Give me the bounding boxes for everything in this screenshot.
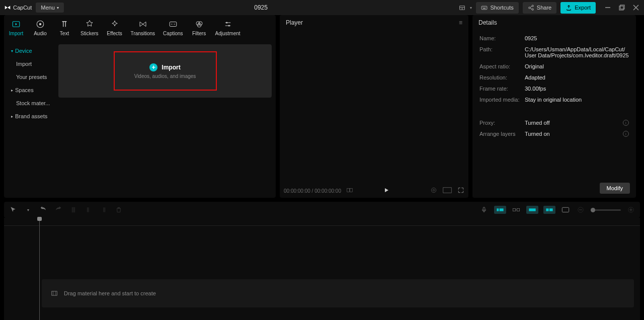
svg-rect-24: [350, 188, 353, 192]
modify-button[interactable]: Modify: [600, 183, 630, 194]
timeline-drop-hint[interactable]: Drag material here and start to create: [42, 279, 634, 307]
layout-button[interactable]: [458, 4, 466, 12]
adjustment-icon: [223, 19, 233, 29]
svg-rect-32: [517, 208, 519, 211]
detail-row-resolution: Resolution:Adapted: [479, 74, 629, 81]
play-button[interactable]: [383, 187, 389, 195]
tab-import[interactable]: Import: [4, 17, 28, 38]
svg-point-22: [228, 25, 229, 27]
split-button[interactable]: [68, 205, 78, 215]
info-icon[interactable]: i: [623, 120, 629, 126]
cursor-tool[interactable]: [8, 205, 18, 215]
media-panel: Import Audio Text Stickers Effects Trans…: [4, 15, 276, 198]
svg-rect-28: [483, 207, 485, 210]
svg-point-25: [431, 188, 436, 192]
hamburger-icon[interactable]: ≡: [459, 19, 462, 26]
details-panel: Details Name:0925 Path:C:/Users/Usman/Ap…: [472, 15, 636, 198]
timeline[interactable]: Drag material here and start to create: [4, 218, 640, 320]
sidebar-item-device[interactable]: ▾Device: [6, 44, 56, 57]
svg-rect-30: [500, 208, 504, 211]
sidebar-item-spaces[interactable]: ▸Spaces: [6, 84, 56, 97]
media-content: + Import Videos, audios, and images: [58, 40, 276, 198]
svg-rect-23: [347, 188, 350, 192]
svg-rect-10: [619, 6, 623, 10]
svg-point-16: [39, 23, 42, 26]
export-button[interactable]: Export: [560, 2, 596, 14]
svg-rect-43: [52, 291, 57, 295]
shortcuts-button[interactable]: Shortcuts: [476, 2, 518, 14]
project-title: 0925: [68, 4, 454, 11]
svg-rect-35: [546, 208, 548, 211]
stickers-icon: [85, 19, 95, 29]
magnet-main-button[interactable]: [494, 206, 506, 214]
svg-rect-3: [481, 6, 487, 10]
sidebar-item-import[interactable]: Import: [6, 57, 56, 70]
tab-text[interactable]: Text: [52, 17, 76, 38]
player-canvas[interactable]: [280, 30, 468, 184]
fullscreen-icon[interactable]: [457, 187, 464, 195]
preview-button[interactable]: [560, 205, 571, 215]
delete-button[interactable]: [114, 205, 124, 215]
tab-transitions[interactable]: Transitions: [127, 17, 159, 38]
trim-right-button[interactable]: [99, 205, 109, 215]
minimize-button[interactable]: [604, 4, 612, 12]
time-display: 00:00:00:00 / 00:00:00:00: [284, 188, 341, 194]
chevron-down-icon[interactable]: ▾: [23, 205, 33, 215]
player-controls: 00:00:00:00 / 00:00:00:00: [280, 184, 468, 198]
close-button[interactable]: [632, 4, 640, 12]
film-icon: [51, 290, 58, 297]
svg-rect-8: [483, 8, 486, 9]
detail-row-name: Name:0925: [479, 35, 629, 41]
magnet-text-button[interactable]: [543, 206, 555, 214]
playhead[interactable]: [39, 218, 40, 320]
zoom-in-button[interactable]: [626, 205, 636, 215]
maximize-button[interactable]: [618, 4, 626, 12]
detail-row-path: Path:C:/Users/Usman/AppData/Local/CapCut…: [479, 46, 629, 58]
svg-point-6: [485, 7, 485, 7]
detail-row-aspect: Aspect ratio:Original: [479, 63, 629, 69]
sidebar-item-brand[interactable]: ▸Brand assets: [6, 110, 56, 123]
undo-button[interactable]: [38, 205, 48, 215]
compare-icon[interactable]: [346, 187, 353, 195]
info-icon[interactable]: i: [623, 131, 629, 137]
plus-icon: +: [149, 63, 157, 71]
tab-captions[interactable]: Captions: [159, 17, 187, 38]
magnet-audio-button[interactable]: [526, 206, 538, 214]
ratio-icon[interactable]: [442, 187, 452, 195]
magnet-link-button[interactable]: [511, 205, 521, 215]
import-icon: [11, 19, 21, 29]
media-tabs: Import Audio Text Stickers Effects Trans…: [4, 15, 276, 40]
tab-stickers[interactable]: Stickers: [76, 17, 103, 38]
sidebar-item-stock[interactable]: Stock mater...: [6, 97, 56, 110]
svg-point-21: [226, 22, 227, 24]
filters-icon: [194, 19, 204, 29]
menu-button[interactable]: Menu ▾: [36, 3, 64, 13]
share-button[interactable]: Share: [523, 2, 556, 14]
import-drop-zone[interactable]: + Import Videos, audios, and images: [58, 44, 272, 98]
timeline-ruler[interactable]: [4, 218, 640, 226]
svg-rect-17: [170, 22, 177, 27]
tab-adjustment[interactable]: Adjustment: [211, 17, 245, 38]
zoom-slider[interactable]: [591, 209, 621, 211]
tab-effects[interactable]: Effects: [103, 17, 127, 38]
import-subtitle: Videos, audios, and images: [134, 73, 196, 79]
details-title: Details: [478, 19, 497, 26]
app-logo: CapCut: [4, 4, 32, 11]
titlebar: CapCut Menu ▾ 0925 ▾ Shortcuts Share Exp…: [0, 0, 644, 15]
chevron-down-icon[interactable]: ▾: [470, 6, 472, 10]
svg-rect-31: [513, 208, 515, 211]
detail-row-proxy: Proxy:Turned offi: [479, 120, 629, 126]
transitions-icon: [138, 19, 148, 29]
redo-button[interactable]: [53, 205, 63, 215]
tab-audio[interactable]: Audio: [28, 17, 52, 38]
player-header: Player ≡: [280, 15, 468, 30]
trim-left-button[interactable]: [84, 205, 94, 215]
text-icon: [59, 19, 69, 29]
mic-button[interactable]: [479, 205, 489, 215]
export-icon: [566, 5, 572, 11]
zoom-out-button[interactable]: [576, 205, 586, 215]
import-box[interactable]: + Import Videos, audios, and images: [114, 51, 217, 91]
sidebar-item-presets[interactable]: Your presets: [6, 70, 56, 84]
scale-icon[interactable]: [430, 187, 437, 195]
tab-filters[interactable]: Filters: [187, 17, 211, 38]
